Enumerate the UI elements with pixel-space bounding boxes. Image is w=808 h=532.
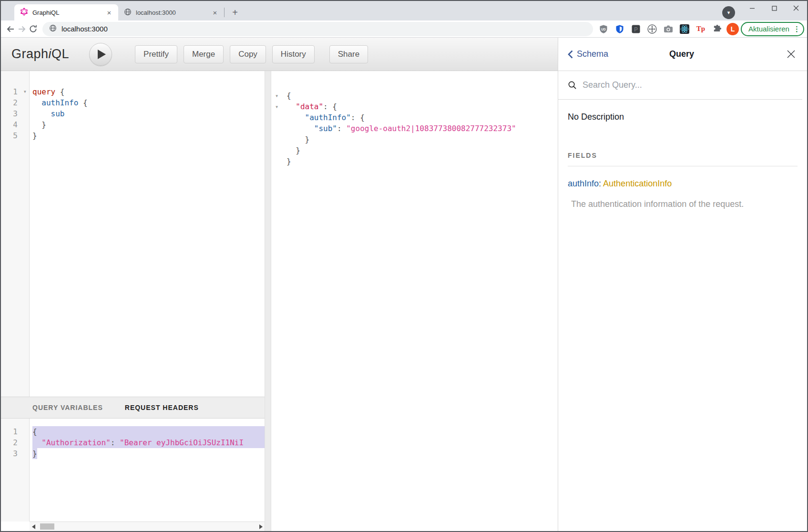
query-editor-code[interactable]: query { authInfo { sub }} (30, 71, 265, 397)
code-line: } (286, 156, 553, 167)
back-icon[interactable] (6, 22, 15, 36)
graphiql-app: GraphiQL Prettify Merge Copy History Sha… (1, 38, 807, 531)
tab-close-icon[interactable]: × (211, 8, 219, 17)
globe-icon (124, 8, 132, 17)
update-browser-button[interactable]: Aktualisieren ⋮ (741, 22, 804, 36)
tab-localhost[interactable]: localhost:3000 × (118, 4, 224, 20)
forward-icon[interactable] (17, 22, 27, 36)
code-line: ▾ "data": { (286, 101, 553, 112)
code-line: "authInfo": { (286, 112, 553, 123)
doc-explorer-content: No Description FIELDS authInfo: Authenti… (558, 100, 807, 209)
code-line: query { (32, 86, 265, 97)
scrollbar-track[interactable] (37, 522, 257, 531)
search-icon (568, 81, 577, 90)
tab-title: localhost:3000 (136, 9, 211, 16)
tampermonkey-icon[interactable]: Tp (695, 23, 706, 35)
reload-icon[interactable] (29, 22, 38, 36)
ublock-shield-icon[interactable]: UD (598, 23, 609, 35)
headers-editor-gutter: 123 (1, 419, 30, 522)
request-headers-editor[interactable]: 123 { "Authorization": "Bearer eyJhbGciO… (1, 419, 265, 522)
doc-search-row (558, 71, 802, 100)
doc-close-button[interactable] (724, 50, 796, 59)
doc-search-input[interactable] (583, 80, 802, 90)
doc-explorer: Schema Query No Description FIELDS authI… (558, 38, 807, 531)
copy-button[interactable]: Copy (230, 45, 266, 63)
code-line: "Authorization": "Bearer eyJhbGciOiJSUzI… (32, 437, 265, 448)
horizontal-scrollbar[interactable] (30, 522, 265, 531)
globe-icon (49, 24, 57, 34)
code-line: ▾{ (286, 90, 553, 101)
url-text: localhost:3000 (61, 25, 108, 33)
scroll-left-icon[interactable] (30, 523, 37, 531)
extensions-puzzle-icon[interactable] (711, 23, 723, 35)
code-line: sub (32, 108, 265, 119)
scrollbar-thumb[interactable] (40, 523, 54, 530)
query-column: 1▾2345 query { authInfo { sub }} QUERY V… (1, 71, 265, 531)
share-button[interactable]: Share (329, 45, 368, 63)
postman-icon[interactable]: P (630, 23, 642, 35)
graphiql-topbar: GraphiQL Prettify Merge Copy History Sha… (1, 38, 558, 71)
tab-graphiql[interactable]: GraphiQL × (14, 4, 118, 20)
code-line: } (32, 119, 265, 130)
bitwarden-shield-icon[interactable] (614, 23, 625, 35)
play-icon (98, 50, 106, 59)
code-line: } (32, 448, 265, 459)
headers-editor-code[interactable]: { "Authorization": "Bearer eyJhbGciOiJSU… (30, 419, 265, 522)
tab-title: GraphiQL (32, 9, 105, 16)
code-line: } (32, 130, 265, 141)
svg-text:P: P (634, 26, 638, 32)
svg-text:UD: UD (601, 27, 606, 31)
code-line: } (286, 134, 553, 145)
field-description: The authentication information of the re… (568, 199, 798, 209)
address-bar[interactable]: localhost:3000 (42, 22, 593, 36)
field-name-link[interactable]: authInfo (568, 179, 599, 188)
profile-avatar[interactable]: L (726, 23, 739, 35)
maximize-button[interactable] (763, 1, 785, 15)
code-line: { (32, 426, 265, 437)
window-controls (741, 1, 807, 15)
doc-explorer-title: Query (639, 49, 724, 59)
prettify-button[interactable]: Prettify (135, 45, 177, 63)
chrome-flag-button[interactable]: ▾ (722, 6, 735, 19)
doc-back-link[interactable]: Schema (568, 49, 639, 59)
code-line: "sub": "google-oauth2|108377380082777232… (286, 123, 553, 134)
browser-toolbar: localhost:3000 UD P Tp (1, 20, 807, 38)
execute-query-button[interactable] (89, 43, 112, 66)
fold-caret-icon[interactable]: ▾ (275, 102, 278, 113)
doc-explorer-header: Schema Query (558, 38, 807, 71)
merge-button[interactable]: Merge (184, 45, 224, 63)
graphql-logo-icon (20, 8, 28, 17)
move-tool-icon[interactable] (646, 23, 658, 35)
secondary-editor-tabs: QUERY VARIABLES REQUEST HEADERS (1, 397, 265, 419)
query-editor[interactable]: 1▾2345 query { authInfo { sub }} (1, 71, 265, 397)
browser-menu-icon[interactable]: ⋮ (793, 25, 800, 33)
type-description: No Description (568, 112, 798, 122)
graphiql-main: GraphiQL Prettify Merge Copy History Sha… (1, 38, 558, 531)
tab-request-headers[interactable]: REQUEST HEADERS (125, 404, 199, 411)
editor-drag-bar[interactable] (265, 71, 271, 531)
extension-icons: UD P Tp (598, 23, 723, 35)
fields-heading: FIELDS (568, 152, 798, 166)
tab-close-icon[interactable]: × (105, 8, 113, 17)
tab-query-variables[interactable]: QUERY VARIABLES (32, 404, 103, 411)
react-devtools-icon[interactable] (679, 23, 690, 35)
new-tab-button[interactable]: + (228, 6, 242, 19)
close-icon (787, 50, 796, 59)
tab-strip: GraphiQL × localhost:3000 × + ▾ (1, 1, 807, 20)
result-pane: ▾{▾ "data": { "authInfo": { "sub": "goog… (271, 71, 558, 531)
chevron-left-icon (568, 50, 573, 59)
field-row: authInfo: AuthenticationInfo (568, 179, 798, 189)
code-line: authInfo { (32, 97, 265, 108)
result-json: ▾{▾ "data": { "authInfo": { "sub": "goog… (271, 71, 558, 167)
fold-caret-icon[interactable]: ▾ (275, 91, 278, 102)
scroll-right-icon[interactable] (257, 523, 265, 531)
minimize-button[interactable] (741, 1, 763, 15)
tab-divider (224, 8, 225, 17)
camera-icon[interactable] (663, 23, 674, 35)
graphiql-logo: GraphiQL (11, 47, 69, 61)
browser-window: GraphiQL × localhost:3000 × + ▾ (0, 0, 808, 532)
close-window-button[interactable] (785, 1, 807, 15)
type-name-link[interactable]: AuthenticationInfo (603, 179, 672, 188)
history-button[interactable]: History (272, 45, 315, 63)
query-editor-gutter: 1▾2345 (1, 71, 30, 397)
